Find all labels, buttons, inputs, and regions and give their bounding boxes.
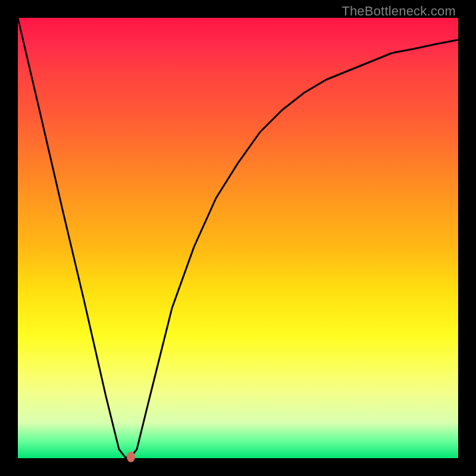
attribution-text: TheBottleneck.com	[342, 4, 456, 19]
bottleneck-curve	[18, 18, 458, 458]
plot-area	[18, 18, 458, 458]
minimum-point-marker	[127, 452, 135, 462]
curve-path	[18, 18, 458, 458]
chart-container: TheBottleneck.com	[0, 0, 476, 476]
